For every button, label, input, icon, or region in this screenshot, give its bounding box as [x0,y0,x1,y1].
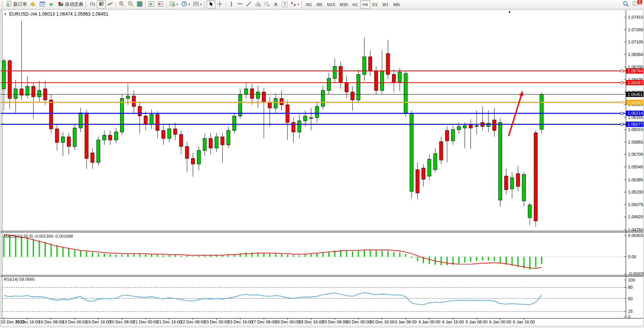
macd-histogram-bar [151,254,152,257]
trendline-tool-button[interactable] [244,0,253,8]
candle [91,153,94,162]
macd-histogram-bar [263,253,265,257]
chart-shift-button[interactable] [156,0,165,8]
macd-histogram-bar [80,250,81,257]
line-handle[interactable] [621,101,623,104]
tile-windows-button[interactable] [135,0,144,8]
timeframe-button-mn[interactable]: MN [391,0,402,8]
horizontal-line-tool-button[interactable] [236,0,244,8]
candlestick-chart-button[interactable] [97,0,106,8]
candle [428,159,431,176]
candle [451,130,455,141]
signals-button[interactable] [47,0,56,8]
add-indicator-button[interactable]: ▾ [168,0,180,8]
chart-menu-icon[interactable]: ▼ [4,13,7,16]
toolbar-grip[interactable] [204,2,206,8]
candle [203,138,207,150]
timeframe-button-d1[interactable]: D1 [370,0,380,8]
notification-badge: 1 [637,0,642,5]
vertical-line-tool-button[interactable] [227,0,236,8]
line-handle[interactable] [621,70,623,72]
candle [114,132,118,140]
text-a-icon: A [274,2,278,7]
one-click-collapse-icon[interactable]: ▼ [508,10,511,14]
rsi-tick-label: 100 [628,278,635,282]
text-tool-button[interactable]: A [271,0,280,8]
candle [109,135,112,140]
timeframe-button-m15[interactable]: M15 [325,0,337,8]
time-tick-label: 27 Dec 08:00 [251,320,276,324]
candle [351,92,354,100]
auto-trading-button[interactable]: 自动交易 [56,0,85,8]
time-tick-label: 20 Dec 08:00 [109,320,134,324]
auto-scroll-button[interactable] [147,0,156,8]
time-tick-label: 22 Dec 08:00 [180,320,205,324]
candle [185,146,189,158]
candle [244,89,248,94]
candle [180,134,183,147]
zoom-in-button[interactable] [117,0,126,8]
macd-histogram-bar [27,238,28,257]
fibonacci-icon: F [264,1,270,8]
crosshair-tool-button[interactable] [215,0,224,8]
charts-profile-button[interactable] [29,0,38,8]
toolbar-grip[interactable] [85,2,87,8]
macd-histogram-bar [122,254,123,257]
macd-histogram-bar [305,254,306,257]
candle [251,89,254,98]
timeframe-button-m1[interactable]: M1 [304,0,314,8]
line-handle[interactable] [621,82,623,84]
macd-histogram-bar [193,256,194,257]
trend-arrow[interactable] [509,94,522,136]
toolbar-separator [145,1,146,8]
candle [138,106,141,116]
timeframe-button-h1[interactable]: H1 [350,0,360,8]
bar-chart-button[interactable] [88,0,97,8]
candle [55,129,59,142]
macd-histogram-bar [133,254,135,257]
macd-histogram-bar [169,255,170,257]
macd-histogram-bar [446,257,448,265]
fibonacci-tool-button[interactable]: F [262,0,271,8]
macd-histogram-bar [405,254,406,257]
candle [374,71,378,90]
window-border [1,10,644,328]
notifications-button[interactable]: 1 [631,0,641,8]
rsi-tick-label: 15 [628,309,633,314]
new-order-icon [6,1,12,8]
zoom-out-button[interactable] [126,0,135,8]
timeframe-button-h4[interactable]: H4 [360,0,370,8]
price-tick-label: 1.06010 [628,127,643,132]
arrows-tool-button[interactable]: ▾ [289,0,300,8]
candle [398,72,401,82]
line-handle[interactable] [621,123,623,125]
periods-clock-button[interactable]: ▾ [180,0,191,8]
timeframe-button-w1[interactable]: W1 [380,0,391,8]
candle [463,126,467,128]
macd-histogram-bar [393,252,395,257]
line-handle[interactable] [621,112,623,114]
timeframe-button-m30[interactable]: M30 [337,0,350,8]
new-order-button[interactable]: 新订单 [5,0,29,8]
arrows-icon [291,1,296,8]
candle [97,140,100,163]
chart-canvas[interactable]: 1.074151.072601.071051.069501.067901.066… [0,9,644,328]
text-label-tool-button[interactable]: T [280,0,289,8]
macd-histogram-bar [74,250,75,257]
macd-histogram-bar [464,257,466,262]
rsi-tick-label: 80 [628,285,633,290]
candle [457,126,461,130]
templates-button[interactable]: ▾ [191,0,203,8]
cursor-tool-button[interactable] [207,0,215,8]
equidistant-channel-tool-button[interactable]: E [253,0,262,8]
candle [215,137,218,148]
search-button[interactable] [621,0,631,8]
toolbar-grip[interactable] [2,2,3,8]
timeframe-button-m5[interactable]: M5 [314,0,324,8]
macd-histogram-bar [110,254,111,257]
macd-histogram-bar [45,242,46,257]
open-chart-button[interactable] [38,0,47,8]
toolbar-grip[interactable] [301,2,303,8]
vertical-line-icon [229,1,234,8]
line-chart-button[interactable] [106,0,114,8]
